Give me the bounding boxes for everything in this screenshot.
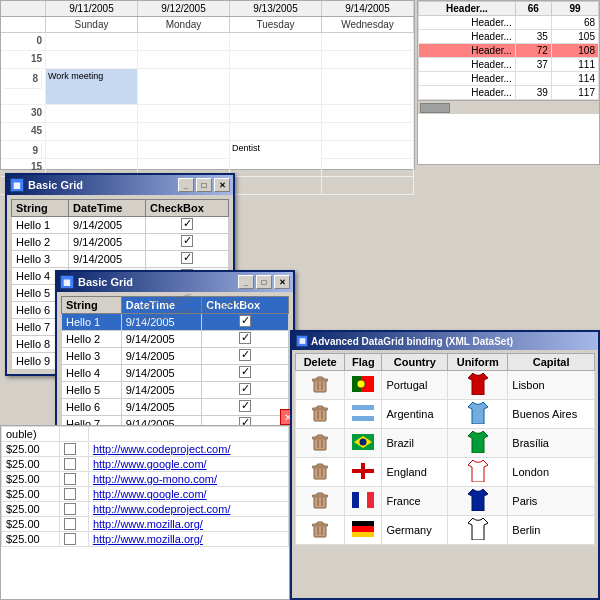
cell-delete[interactable] — [296, 458, 345, 487]
cell-checkbox[interactable] — [60, 517, 89, 532]
svg-rect-45 — [352, 526, 374, 532]
cell-checkbox[interactable] — [202, 399, 289, 416]
cell-capital: Lisbon — [508, 371, 595, 400]
list-item: $25.00 http://www.go-mono.com/ — [2, 472, 289, 487]
cell-delete[interactable] — [296, 371, 345, 400]
cell-checkbox[interactable] — [202, 365, 289, 382]
cal-cell — [322, 33, 414, 50]
cal-cell — [230, 33, 322, 50]
cal-time: 30 — [1, 105, 46, 122]
table-row[interactable]: Hello 1 9/14/2005 — [12, 217, 229, 234]
cal-cell — [230, 177, 322, 194]
maximize-button-2[interactable]: □ — [256, 275, 272, 289]
cell-flag — [345, 400, 382, 429]
calendar-day-3: Wednesday — [322, 17, 414, 32]
right-grid-cell: 108 — [551, 44, 598, 58]
cell-flag — [345, 487, 382, 516]
svg-rect-36 — [352, 492, 359, 508]
close-button-1[interactable]: ✕ — [214, 178, 230, 192]
calendar-day-1: Monday — [138, 17, 230, 32]
cell-link[interactable]: http://www.codeproject.com/ — [88, 502, 288, 517]
cell-string: Hello 1 — [62, 314, 122, 331]
cell-money: $25.00 — [2, 517, 60, 532]
cal-cell — [322, 123, 414, 140]
cell-checkbox[interactable] — [146, 234, 229, 251]
basic-grid-titlebar-1: ▦ Basic Grid _ □ ✕ — [7, 175, 233, 195]
table-row[interactable]: Hello 2 9/14/2005 — [62, 331, 289, 348]
cell-link[interactable]: http://www.qoogle.com/ — [88, 487, 288, 502]
cell-checkbox[interactable] — [60, 532, 89, 547]
cell-checkbox[interactable] — [202, 348, 289, 365]
cal-cell — [322, 159, 414, 176]
cell-delete[interactable] — [296, 516, 345, 545]
calendar-empty-header — [1, 1, 46, 16]
cell-checkbox[interactable] — [60, 442, 89, 457]
cal-time: 15 — [1, 51, 46, 68]
table-row[interactable]: Hello 2 9/14/2005 — [12, 234, 229, 251]
svg-rect-46 — [352, 532, 374, 537]
cell-link[interactable]: http://www.codeproject.com/ — [88, 442, 288, 457]
cell-flag — [345, 429, 382, 458]
calendar-date-2: 9/13/2005 — [230, 1, 322, 16]
right-grid-cell: 114 — [551, 72, 598, 86]
cell-datetime: 9/14/2005 — [121, 348, 202, 365]
table-row[interactable]: Hello 3 9/14/2005 — [12, 251, 229, 268]
table-row[interactable]: Hello 6 9/14/2005 — [62, 399, 289, 416]
cell-capital: Buenos Aires — [508, 400, 595, 429]
svg-point-22 — [360, 439, 367, 446]
svg-rect-38 — [367, 492, 374, 508]
cell-datetime: 9/14/2005 — [121, 331, 202, 348]
close-button-2[interactable]: ✕ — [274, 275, 290, 289]
cal-cell — [230, 123, 322, 140]
cell-delete[interactable] — [296, 400, 345, 429]
table-row[interactable]: Hello 3 9/14/2005 — [62, 348, 289, 365]
cell-string: Hello 5 — [62, 382, 122, 399]
svg-rect-10 — [312, 408, 328, 410]
maximize-button-1[interactable]: □ — [196, 178, 212, 192]
table-row[interactable]: Hello 5 9/14/2005 — [62, 382, 289, 399]
scrollbar-thumb[interactable] — [420, 103, 450, 113]
svg-rect-33 — [312, 495, 328, 497]
cell-datetime: 9/14/2005 — [121, 399, 202, 416]
adv-col-country: Country — [382, 354, 448, 371]
cell-checkbox[interactable] — [146, 251, 229, 268]
cell-checkbox[interactable] — [60, 487, 89, 502]
cell-checkbox[interactable] — [202, 382, 289, 399]
cal-cell — [138, 33, 230, 50]
cell-checkbox[interactable] — [60, 457, 89, 472]
cell-checkbox[interactable] — [146, 217, 229, 234]
right-grid-scrollbar[interactable] — [418, 100, 599, 114]
grid-icon-1: ▦ — [10, 178, 24, 192]
cell-uniform — [448, 400, 508, 429]
cell-flag — [345, 516, 382, 545]
cell-country: Brazil — [382, 429, 448, 458]
cell-checkbox[interactable] — [202, 314, 289, 331]
table-row[interactable]: Hello 4 9/14/2005 — [62, 365, 289, 382]
right-grid-cell: 39 — [515, 86, 551, 100]
cell-uniform — [448, 487, 508, 516]
right-grid-cell: 37 — [515, 58, 551, 72]
cell-delete[interactable] — [296, 487, 345, 516]
cell-link[interactable]: http://www.google.com/ — [88, 457, 288, 472]
cell-country: Argentina — [382, 400, 448, 429]
list-item: $25.00 http://www.mozilla.org/ — [2, 532, 289, 547]
cal-cell — [322, 69, 414, 104]
cell-checkbox[interactable] — [60, 472, 89, 487]
cell-delete[interactable] — [296, 429, 345, 458]
table-row: France Paris — [296, 487, 595, 516]
cell-checkbox[interactable] — [60, 502, 89, 517]
minimize-button-1[interactable]: _ — [178, 178, 194, 192]
right-grid-cell — [515, 16, 551, 30]
cell-country: Portugal — [382, 371, 448, 400]
cell-link[interactable]: http://www.mozilla.org/ — [88, 517, 288, 532]
right-grid-cell: Header... — [419, 44, 516, 58]
cell-link[interactable]: http://www.mozilla.org/ — [88, 532, 288, 547]
cell-link[interactable]: http://www.go-mono.com/ — [88, 472, 288, 487]
cell-money: $25.00 — [2, 472, 60, 487]
cal-cell — [322, 177, 414, 194]
cal-cell — [230, 69, 322, 104]
cell-checkbox[interactable] — [202, 331, 289, 348]
right-grid-cell: 72 — [515, 44, 551, 58]
cell-string: Hello 3 — [12, 251, 69, 268]
svg-rect-44 — [352, 521, 374, 526]
